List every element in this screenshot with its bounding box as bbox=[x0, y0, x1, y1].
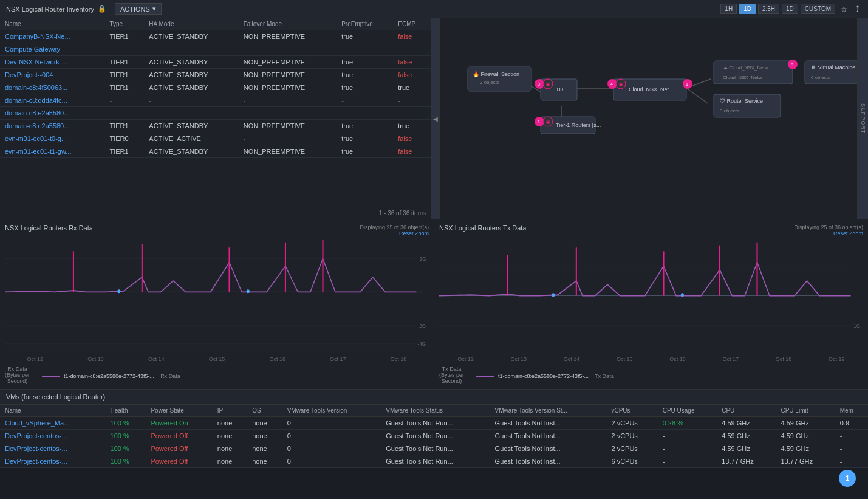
svg-text:Cloud_NSX_Net...: Cloud_NSX_Net... bbox=[629, 86, 674, 92]
table-row[interactable]: Compute Gateway - - - - - bbox=[0, 43, 431, 56]
vms-col-os: OS bbox=[247, 405, 282, 417]
time-custom-button[interactable]: CUSTOM bbox=[801, 4, 835, 14]
cell-router-type: TIER1 bbox=[104, 81, 144, 94]
table-row[interactable]: domain-c8:e2a5580... - - - - - bbox=[0, 107, 431, 120]
table-row[interactable]: CompanyB-NSX-Ne... TIER1 ACTIVE_STANDBY … bbox=[0, 30, 431, 43]
cell-router-ecmp: - bbox=[393, 94, 431, 107]
rx-legend-series: t1-domain-c8:e2a5580e-2772-43f5-... bbox=[64, 373, 154, 379]
vms-table-row[interactable]: DevProject-centos-... 100 % Powered Off … bbox=[0, 430, 868, 442]
cell-router-name[interactable]: evn-m01-ec01-t1-gw... bbox=[0, 145, 104, 158]
actions-button[interactable]: ACTIONS ▾ bbox=[115, 3, 162, 15]
svg-text:-1G: -1G bbox=[852, 322, 861, 329]
vms-cell-tools-ver-st: Guest Tools Not Inst... bbox=[490, 417, 607, 430]
vms-cell-cpu: 13.77 GHz bbox=[717, 455, 776, 468]
cell-router-ecmp: false bbox=[393, 69, 431, 81]
tx-y-axis-label-1: Tx Data bbox=[442, 366, 462, 372]
cell-router-ecmp: false bbox=[393, 30, 431, 43]
cell-router-failover: NON_PREEMPTIVE bbox=[239, 69, 337, 81]
vms-cell-ip: none bbox=[213, 417, 247, 430]
vms-table-row[interactable]: DevProject-centos-... 100 % Powered Off … bbox=[0, 455, 868, 468]
support-label: SUPPORT bbox=[860, 103, 866, 134]
cell-router-name[interactable]: Compute Gateway bbox=[0, 43, 104, 56]
table-row[interactable]: DevProject--004 TIER1 ACTIVE_STANDBY NON… bbox=[0, 69, 431, 81]
tx-chart-meta: Displaying 25 of 36 object(s) Reset Zoom bbox=[794, 224, 863, 236]
cell-router-preemptive: true bbox=[337, 120, 393, 132]
vms-cell-ip: none bbox=[213, 455, 247, 468]
table-row[interactable]: Dev-NSX-Network-... TIER1 ACTIVE_STANDBY… bbox=[0, 56, 431, 69]
vms-cell-power: Powered Off bbox=[146, 442, 212, 455]
header-right: 1H 1D 2.5H 1D CUSTOM ☆ ⤴ bbox=[720, 3, 862, 15]
cell-router-preemptive: - bbox=[337, 43, 393, 56]
tx-chart-panel: NSX Logical Routers Tx Data Displaying 2… bbox=[434, 219, 868, 389]
cell-router-failover: NON_PREEMPTIVE bbox=[239, 81, 337, 94]
vms-cell-cpu-usage: - bbox=[658, 430, 717, 442]
notification-badge[interactable]: 1 bbox=[839, 470, 856, 487]
vms-table-wrap[interactable]: Name Health Power State IP OS VMware Too… bbox=[0, 405, 868, 468]
svg-text:1: 1 bbox=[686, 82, 688, 86]
svg-line-3 bbox=[686, 88, 708, 103]
tx-reset-zoom[interactable]: Reset Zoom bbox=[794, 230, 863, 236]
time-1d2-button[interactable]: 1D bbox=[782, 4, 798, 14]
svg-text:☁ Cloud_NSX_Netw...: ☁ Cloud_NSX_Netw... bbox=[723, 65, 772, 71]
share-icon[interactable]: ⤴ bbox=[853, 3, 862, 15]
col-failover: Failover Mode bbox=[239, 18, 337, 30]
cell-router-failover: NON_PREEMPTIVE bbox=[239, 120, 337, 132]
svg-text:🔥 Firewall Section: 🔥 Firewall Section bbox=[473, 71, 519, 78]
vms-table-row[interactable]: Cloud_vSphere_Ma... 100 % Powered On non… bbox=[0, 417, 868, 430]
vms-cell-cpu: 4.59 GHz bbox=[717, 417, 776, 430]
table-row[interactable]: evn-m01-ec01-t0-g... TIER0 ACTIVE_ACTIVE… bbox=[0, 132, 431, 145]
vms-cell-name[interactable]: DevProject-centos-... bbox=[0, 455, 106, 468]
cell-router-name[interactable]: domain-c8:e2a5580... bbox=[0, 107, 104, 120]
tx-y-axis-label-2: (Bytes per bbox=[439, 372, 464, 378]
table-row[interactable]: evn-m01-ec01-t1-gw... TIER1 ACTIVE_STAND… bbox=[0, 145, 431, 158]
vms-table-row[interactable]: DevProject-centos-... 100 % Powered Off … bbox=[0, 442, 868, 455]
vms-col-mem: Mem bbox=[835, 405, 868, 417]
vms-cell-name[interactable]: Cloud_vSphere_Ma... bbox=[0, 417, 106, 430]
vms-title: VMs (for selected Logical Router) bbox=[6, 393, 105, 401]
table-header-row: Name Type HA Mode Failover Mode PreEmpti… bbox=[0, 18, 431, 30]
charts-section: NSX Logical Routers Rx Data Displaying 2… bbox=[0, 219, 868, 389]
cell-router-name[interactable]: CompanyB-NSX-Ne... bbox=[0, 30, 104, 43]
collapse-panel-button[interactable]: ◀ bbox=[431, 18, 440, 219]
time-25h-button[interactable]: 2.5H bbox=[758, 4, 779, 14]
cell-router-name[interactable]: Dev-NSX-Network-... bbox=[0, 56, 104, 69]
time-1h-button[interactable]: 1H bbox=[720, 4, 737, 14]
vms-cell-cpu-limit: 4.59 GHz bbox=[776, 417, 835, 430]
support-tab[interactable]: SUPPORT bbox=[857, 18, 868, 219]
cell-router-ha: - bbox=[144, 94, 238, 107]
cell-router-failover: NON_PREEMPTIVE bbox=[239, 56, 337, 69]
col-ecmp: ECMP bbox=[393, 18, 431, 30]
tx-chart-svg: -1G bbox=[439, 236, 863, 355]
svg-text:Tier-1 Routers [s...: Tier-1 Routers [s... bbox=[556, 122, 601, 128]
rx-chart-container: 2G 0 -2G -4G bbox=[5, 236, 429, 355]
cell-router-name[interactable]: domain-c8:ddda4fc... bbox=[0, 94, 104, 107]
table-row[interactable]: domain-c8:e2a5580... TIER1 ACTIVE_STANDB… bbox=[0, 120, 431, 132]
cell-router-name[interactable]: evn-m01-ec01-t0-g... bbox=[0, 132, 104, 145]
rx-reset-zoom[interactable]: Reset Zoom bbox=[360, 230, 429, 236]
cell-router-ecmp: - bbox=[393, 107, 431, 120]
cell-router-preemptive: true bbox=[337, 30, 393, 43]
cell-router-ecmp: false bbox=[393, 56, 431, 69]
table-row[interactable]: domain-c8:ddda4fc... - - - - - bbox=[0, 94, 431, 107]
cell-router-ha: - bbox=[144, 43, 238, 56]
cell-router-name[interactable]: domain-c8:4f50063... bbox=[0, 81, 104, 94]
vms-cell-name[interactable]: DevProject-centos-... bbox=[0, 430, 106, 442]
svg-point-56 bbox=[247, 289, 250, 293]
table-scroll[interactable]: Name Type HA Mode Failover Mode PreEmpti… bbox=[0, 18, 431, 207]
vms-cell-cpu-limit: 4.59 GHz bbox=[776, 442, 835, 455]
logical-router-table-area: Name Type HA Mode Failover Mode PreEmpti… bbox=[0, 18, 431, 219]
star-icon[interactable]: ☆ bbox=[838, 3, 850, 15]
vms-table: Name Health Power State IP OS VMware Too… bbox=[0, 405, 868, 468]
cell-router-preemptive: true bbox=[337, 145, 393, 158]
time-1d-button[interactable]: 1D bbox=[739, 4, 756, 14]
tx-legend: t1-domain-c8:e2a5580e-2772-43f5-... Tx D… bbox=[476, 371, 863, 379]
vms-cell-name[interactable]: DevProject-centos-... bbox=[0, 442, 106, 455]
topology-svg: 🔥 Firewall Section 2 objects 3 ▣ TO 4 ▣ … bbox=[431, 18, 868, 219]
svg-rect-24 bbox=[714, 61, 793, 84]
cell-router-name[interactable]: DevProject--004 bbox=[0, 69, 104, 81]
cell-router-name[interactable]: domain-c8:e2a5580... bbox=[0, 120, 104, 132]
table-row[interactable]: domain-c8:4f50063... TIER1 ACTIVE_STANDB… bbox=[0, 81, 431, 94]
vms-cell-mem: - bbox=[835, 455, 868, 468]
cell-router-ha: ACTIVE_ACTIVE bbox=[144, 132, 238, 145]
svg-text:4: 4 bbox=[610, 82, 613, 86]
